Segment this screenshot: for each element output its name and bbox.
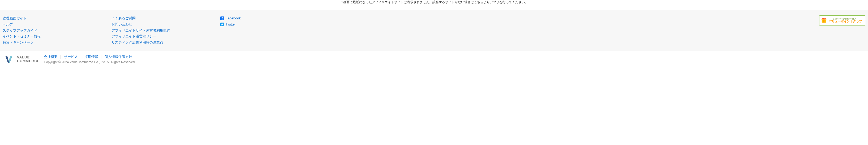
link-faq[interactable]: よくあるご質問 xyxy=(112,16,136,20)
notice-text: ※画面に最近になったアフィリエイトサイトは表示されません。該当するサイトがない場… xyxy=(0,0,868,10)
link-twitter[interactable]: Twitter xyxy=(220,22,329,28)
copyright-text: Copyright © 2024 ValueCommerce Co., Ltd.… xyxy=(44,60,135,64)
link-event-seminar[interactable]: イベント・セミナー情報 xyxy=(3,34,41,38)
vpc-title: バリューポイントクラブ xyxy=(829,20,862,23)
vpc-banner-link[interactable]: ＼ バリュポでおトクなお買い物 ／ バリューポイントクラブ xyxy=(819,16,865,26)
footer-col-1: 管理画面ガイド ヘルプ ステップアップガイド イベント・セミナー情報 特集・キャ… xyxy=(3,16,112,46)
link-admin-guide[interactable]: 管理画面ガイド xyxy=(3,16,27,20)
vc-logo-text: VALUE COMMERCE xyxy=(17,56,39,63)
footer-links-section: 管理画面ガイド ヘルプ ステップアップガイド イベント・セミナー情報 特集・キャ… xyxy=(0,10,868,51)
separator: │ xyxy=(100,55,102,59)
separator: │ xyxy=(80,55,82,59)
link-contact[interactable]: お問い合わせ xyxy=(112,22,132,26)
svg-point-5 xyxy=(823,18,824,19)
link-listing-ad-notice[interactable]: リスティング広告利用時の注意点 xyxy=(112,40,163,45)
vc-logo: VALUE COMMERCE xyxy=(5,55,39,63)
twitter-icon xyxy=(220,23,224,26)
facebook-label: Facebook xyxy=(226,16,241,22)
vc-logo-mark xyxy=(5,55,15,63)
bottom-links: 会社概要 │ サービス │ 採用情報 │ 個人情報保護方針 Copyright … xyxy=(44,54,135,64)
link-stepup-guide[interactable]: ステップアップガイド xyxy=(3,28,37,32)
separator: │ xyxy=(60,55,62,59)
gift-icon xyxy=(821,18,827,23)
svg-point-6 xyxy=(824,18,826,19)
link-company[interactable]: 会社概要 xyxy=(44,54,60,59)
link-facebook[interactable]: Facebook xyxy=(220,16,329,22)
twitter-label: Twitter xyxy=(226,22,236,28)
bottom-bar: VALUE COMMERCE 会社概要 │ サービス │ 採用情報 │ 個人情報… xyxy=(0,51,868,67)
link-service[interactable]: サービス xyxy=(62,54,80,59)
footer-col-social: Facebook Twitter xyxy=(220,16,329,46)
link-affiliate-terms[interactable]: アフィリエイトサイト運営者利用規約 xyxy=(112,28,170,32)
link-feature-campaign[interactable]: 特集・キャンペーン xyxy=(3,40,34,45)
svg-rect-4 xyxy=(824,19,825,23)
link-help[interactable]: ヘルプ xyxy=(3,22,13,26)
link-privacy[interactable]: 個人情報保護方針 xyxy=(102,54,134,59)
facebook-icon xyxy=(220,17,224,20)
footer-col-banner: ＼ バリュポでおトクなお買い物 ／ バリューポイントクラブ xyxy=(329,16,865,46)
footer-col-2: よくあるご質問 お問い合わせ アフィリエイトサイト運営者利用規約 アフィリエイト… xyxy=(112,16,220,46)
link-recruit[interactable]: 採用情報 xyxy=(82,54,100,59)
link-affiliate-policy[interactable]: アフィリエイト運営ポリシー xyxy=(112,34,156,38)
